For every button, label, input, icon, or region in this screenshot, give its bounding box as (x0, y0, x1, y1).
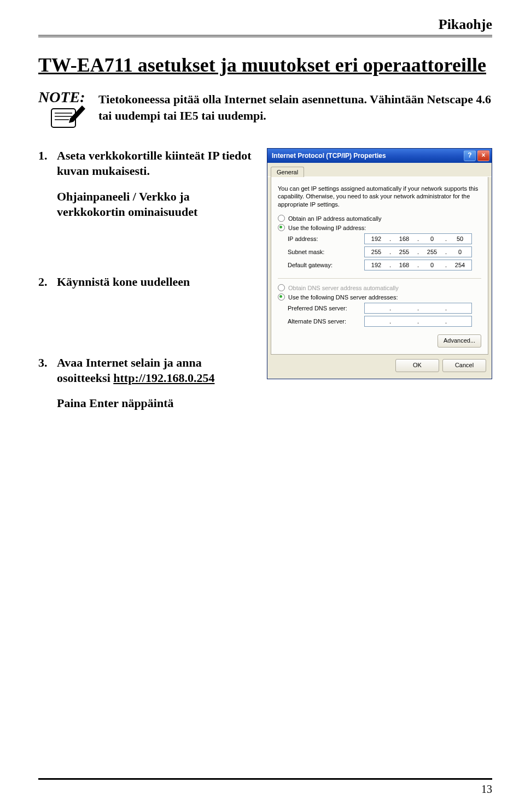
dialog-title: Internet Protocol (TCP/IP) Properties (272, 152, 386, 160)
note-block: NOTE: Tietokoneessa pitää olla Internet … (38, 89, 492, 133)
footer-rule (38, 778, 492, 780)
gateway-label: Default gateway: (278, 262, 364, 268)
ip-input[interactable]: 192. 168. 0. 50 (364, 233, 472, 244)
step-1-number: 1. (38, 148, 57, 179)
radio-icon (278, 293, 285, 301)
close-button[interactable]: × (477, 150, 489, 161)
radio-use-ip[interactable]: Use the following IP address: (278, 224, 481, 231)
field-mask: Subnet mask: 255. 255. 255. 0 (278, 246, 481, 257)
note-text: Tietokoneessa pitää olla Internet selain… (98, 89, 492, 123)
step-3-number: 3. (38, 355, 57, 386)
tcpip-dialog: Internet Protocol (TCP/IP) Properties ? … (267, 148, 492, 379)
preferred-dns-label: Preferred DNS server: (278, 305, 364, 311)
header-label: Pikaohje (38, 16, 492, 33)
ok-button[interactable]: OK (395, 359, 439, 372)
advanced-button[interactable]: Advanced... (438, 334, 481, 348)
note-icon: NOTE: (38, 89, 98, 133)
dialog-titlebar: Internet Protocol (TCP/IP) Properties ? … (267, 149, 492, 163)
cancel-button[interactable]: Cancel (442, 359, 486, 372)
step-3-link[interactable]: http://192.168.0.254 (113, 371, 214, 385)
field-preferred-dns: Preferred DNS server: . . . (278, 303, 481, 314)
help-button[interactable]: ? (464, 150, 476, 161)
step-2-number: 2. (38, 274, 57, 290)
ip-label: IP address: (278, 236, 364, 242)
tab-general[interactable]: General (271, 167, 304, 177)
alternate-dns-label: Alternate DNS server: (278, 318, 364, 325)
alternate-dns-input[interactable]: . . . (364, 316, 472, 327)
gateway-input[interactable]: 192. 168. 0. 254 (364, 260, 472, 270)
radio-obtain-ip-label: Obtain an IP address automatically (288, 215, 381, 222)
preferred-dns-input[interactable]: . . . (364, 303, 472, 314)
header-rule (38, 35, 492, 37)
radio-obtain-ip[interactable]: Obtain an IP address automatically (278, 215, 481, 222)
radio-icon (278, 224, 285, 231)
dialog-intro: You can get IP settings assigned automat… (278, 185, 481, 208)
step-1: 1. Aseta verkkokortille kiinteät IP tied… (38, 148, 257, 220)
step-1-sub: Ohjainpaneeli / Verkko ja verkkokortin o… (38, 189, 257, 220)
step-3-after: Paina Enter näppäintä (38, 396, 257, 411)
note-label: NOTE: (38, 89, 85, 105)
mask-input[interactable]: 255. 255. 255. 0 (364, 246, 472, 257)
radio-obtain-dns-label: Obtain DNS server address automatically (288, 285, 399, 291)
radio-use-dns[interactable]: Use the following DNS server addresses: (278, 293, 481, 301)
mask-label: Subnet mask: (278, 249, 364, 255)
radio-obtain-dns: Obtain DNS server address automatically (278, 284, 481, 291)
field-alternate-dns: Alternate DNS server: . . . (278, 316, 481, 327)
step-2: 2. Käynnistä kone uudelleen (38, 274, 257, 290)
step-1-body: Aseta verkkokortille kiinteät IP tiedot … (57, 148, 257, 179)
radio-icon (278, 284, 285, 291)
page-title: TW-EA711 asetukset ja muutokset eri oper… (38, 54, 492, 77)
radio-use-dns-label: Use the following DNS server addresses: (288, 294, 398, 301)
radio-use-ip-label: Use the following IP address: (288, 225, 366, 231)
step-2-body: Käynnistä kone uudelleen (57, 274, 257, 290)
field-gateway: Default gateway: 192. 168. 0. 254 (278, 260, 481, 270)
field-ip: IP address: 192. 168. 0. 50 (278, 233, 481, 244)
radio-icon (278, 215, 285, 222)
page-number: 13 (0, 783, 525, 796)
step-3: 3. Avaa Internet selain ja anna osoittee… (38, 355, 257, 411)
